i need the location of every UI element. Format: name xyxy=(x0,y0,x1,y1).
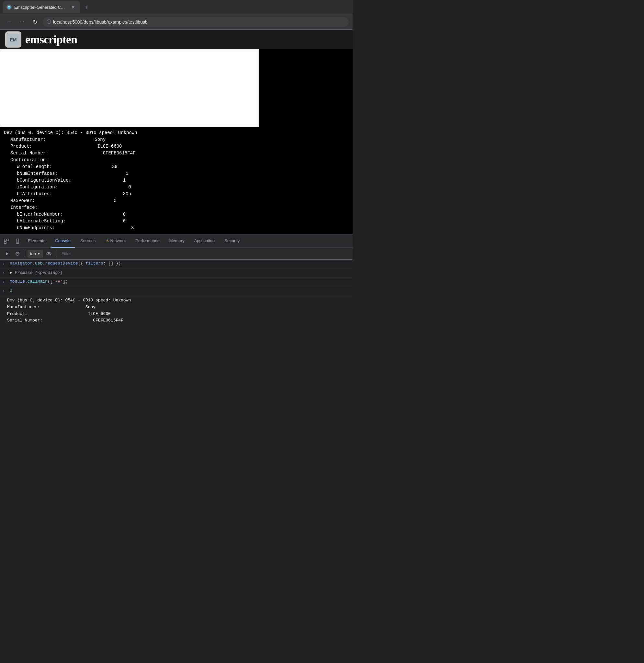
svg-rect-4 xyxy=(7,239,9,241)
mobile-toggle-button[interactable] xyxy=(12,236,23,246)
terminal-line: wTotalLength: 39 xyxy=(4,163,349,170)
console-terminal-line: Dev (bus 0, device 0): 054C - 0D10 speed… xyxy=(7,297,345,304)
element-picker-button[interactable] xyxy=(1,236,12,246)
terminal-line: Serial Number: CFEFE0615F4F xyxy=(4,150,349,157)
terminal-line: bNumEndpoints: 3 xyxy=(4,225,349,231)
svg-point-12 xyxy=(48,253,49,254)
tab-close-button[interactable]: ✕ xyxy=(70,4,76,10)
terminal-line: Manufacturer: Sony xyxy=(4,136,349,143)
terminal-output: Dev (bus 0, device 0): 054C - 0D10 speed… xyxy=(0,127,352,234)
tab-sources[interactable]: Sources xyxy=(76,234,100,248)
browser-tab[interactable]: Emscripten-Generated Code ✕ xyxy=(3,1,80,13)
terminal-line: Product: ILCE-6600 xyxy=(4,143,349,150)
browser-chrome: Emscripten-Generated Code ✕ + ← → ↻ ⓘ lo… xyxy=(0,0,352,30)
tab-memory[interactable]: Memory xyxy=(165,234,189,248)
terminal-line: Configuration: xyxy=(4,157,349,163)
network-warning-icon: ⚠ xyxy=(106,238,109,243)
address-input[interactable]: ⓘ localhost:5000/deps/libusb/examples/te… xyxy=(43,17,349,27)
console-arrow-right: › xyxy=(3,280,7,284)
devtools-panel: Elements Console Sources ⚠ Network Perfo… xyxy=(0,234,352,325)
tab-security[interactable]: Security xyxy=(220,234,244,248)
back-button[interactable]: ← xyxy=(4,17,14,27)
terminal-line: bConfigurationValue: 1 xyxy=(4,177,349,184)
svg-rect-3 xyxy=(4,239,6,241)
tab-elements[interactable]: Elements xyxy=(23,234,50,248)
terminal-line: bNumInterfaces: 1 xyxy=(4,170,349,177)
terminal-line: iConfiguration: 0 xyxy=(4,184,349,191)
tab-favicon xyxy=(6,4,12,10)
svg-marker-8 xyxy=(6,252,8,255)
svg-text:EM: EM xyxy=(10,37,17,42)
console-arrow-left: ‹ xyxy=(3,271,7,275)
chevron-down-icon: ▼ xyxy=(37,252,41,255)
console-output-line: ‹ ▶ Promise {<pending>} xyxy=(0,269,352,278)
toolbar-divider xyxy=(25,251,25,257)
devtools-tab-bar: Elements Console Sources ⚠ Network Perfo… xyxy=(0,234,352,248)
console-terminal-line: Product: ILCE-6600 xyxy=(7,311,345,318)
terminal-line: bAlternateSetting: 0 xyxy=(4,218,349,225)
console-content: Module.callMain(['-v']) xyxy=(10,279,350,284)
tab-performance[interactable]: Performance xyxy=(131,234,164,248)
toolbar-divider xyxy=(56,251,56,257)
terminal-line: bInterfaceNumber: 0 xyxy=(4,211,349,218)
context-label: top xyxy=(30,251,36,256)
console-arrow-left: ‹ xyxy=(3,289,7,293)
clear-console-button[interactable] xyxy=(13,249,22,258)
page-content: EM emscripten xyxy=(0,30,352,127)
eye-icon[interactable] xyxy=(44,249,53,258)
console-arrow-right: › xyxy=(3,261,7,266)
console-output: › navigator.usb.requestDevice({ filters:… xyxy=(0,260,352,325)
tab-console[interactable]: Console xyxy=(50,234,75,248)
canvas-black xyxy=(259,49,352,127)
terminal-line: bmAttributes: 80h xyxy=(4,191,349,198)
forward-button[interactable]: → xyxy=(17,17,27,27)
console-input-line: › navigator.usb.requestDevice({ filters:… xyxy=(0,260,352,269)
terminal-line: MaxPower: 0 xyxy=(4,198,349,204)
tab-bar: Emscripten-Generated Code ✕ + xyxy=(0,0,352,14)
new-tab-button[interactable]: + xyxy=(82,3,91,12)
console-terminal-line: Serial Number: CFEFE0615F4F xyxy=(7,317,345,324)
filter-input[interactable] xyxy=(59,251,350,256)
terminal-line: Dev (bus 0, device 0): 054C - 0D10 speed… xyxy=(4,130,349,136)
address-bar: ← → ↻ ⓘ localhost:5000/deps/libusb/examp… xyxy=(0,14,352,30)
terminal-line: Interface: xyxy=(4,204,349,211)
run-script-button[interactable] xyxy=(3,249,12,258)
tab-title: Emscripten-Generated Code xyxy=(14,5,67,10)
canvas-white xyxy=(0,49,259,127)
info-icon: ⓘ xyxy=(47,19,51,25)
context-selector[interactable]: top ▼ xyxy=(27,250,43,258)
console-content: ▶ Promise {<pending>} xyxy=(10,270,350,275)
console-toolbar: top ▼ xyxy=(0,248,352,260)
emscripten-title: emscripten xyxy=(25,33,77,46)
console-value: 0 xyxy=(10,288,350,293)
console-terminal-output: Dev (bus 0, device 0): 054C - 0D10 speed… xyxy=(0,296,352,325)
console-terminal-line: Manufacturer: Sony xyxy=(7,304,345,311)
url-text: localhost:5000/deps/libusb/examples/test… xyxy=(53,19,148,25)
tab-network[interactable]: ⚠ Network xyxy=(101,234,131,248)
emscripten-header: EM emscripten xyxy=(0,30,352,49)
console-input-line: › Module.callMain(['-v']) xyxy=(0,278,352,287)
reload-button[interactable]: ↻ xyxy=(30,17,40,27)
canvas-area xyxy=(0,49,352,127)
emscripten-logo: EM xyxy=(5,31,21,48)
svg-rect-5 xyxy=(4,242,6,244)
console-content: navigator.usb.requestDevice({ filters: [… xyxy=(10,261,350,266)
tab-application[interactable]: Application xyxy=(190,234,220,248)
console-output-line: ‹ 0 xyxy=(0,287,352,296)
